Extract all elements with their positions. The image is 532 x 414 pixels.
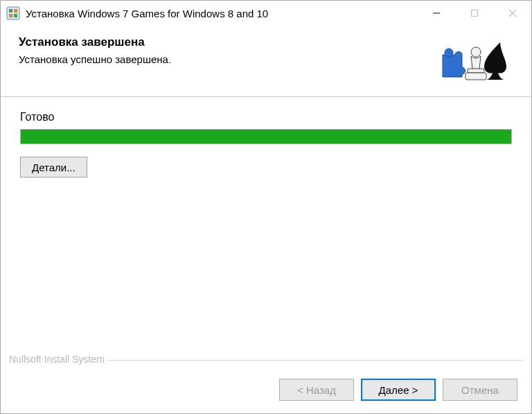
svg-rect-1 xyxy=(9,9,12,12)
minimize-button[interactable] xyxy=(417,1,455,26)
window-controls xyxy=(417,1,531,26)
svg-rect-11 xyxy=(466,73,486,80)
next-button[interactable]: Далее > xyxy=(361,379,436,401)
header-text: Установка завершена Установка успешно за… xyxy=(19,35,434,65)
maximize-button xyxy=(455,1,493,26)
svg-rect-3 xyxy=(9,14,12,17)
svg-rect-4 xyxy=(14,14,17,17)
footer-frame-label: Nullsoft Install System xyxy=(9,354,107,365)
svg-rect-0 xyxy=(7,7,19,19)
svg-rect-2 xyxy=(14,9,17,12)
button-row: < Назад Далее > Отмена xyxy=(9,379,523,401)
header-subtitle: Установка успешно завершена. xyxy=(19,53,434,65)
svg-point-9 xyxy=(471,47,481,57)
installer-window: Установка Windows 7 Games for Windows 8 … xyxy=(0,0,532,414)
content-area: Готово Детали... xyxy=(1,97,531,360)
app-icon xyxy=(6,6,20,20)
progress-fill xyxy=(21,130,511,144)
window-title: Установка Windows 7 Games for Windows 8 … xyxy=(26,8,417,19)
titlebar: Установка Windows 7 Games for Windows 8 … xyxy=(1,1,531,26)
header-title: Установка завершена xyxy=(19,35,434,49)
header: Установка завершена Установка успешно за… xyxy=(1,26,531,97)
svg-point-12 xyxy=(445,49,453,57)
svg-rect-6 xyxy=(471,10,477,17)
details-button[interactable]: Детали... xyxy=(20,157,87,178)
close-button xyxy=(493,1,531,26)
status-label: Готово xyxy=(20,111,512,123)
svg-rect-10 xyxy=(468,69,484,73)
cancel-button: Отмена xyxy=(443,379,517,401)
progress-bar xyxy=(20,129,512,144)
back-button: < Назад xyxy=(279,379,354,401)
header-artwork xyxy=(434,35,511,84)
footer: Nullsoft Install System < Назад Далее > … xyxy=(9,360,523,401)
